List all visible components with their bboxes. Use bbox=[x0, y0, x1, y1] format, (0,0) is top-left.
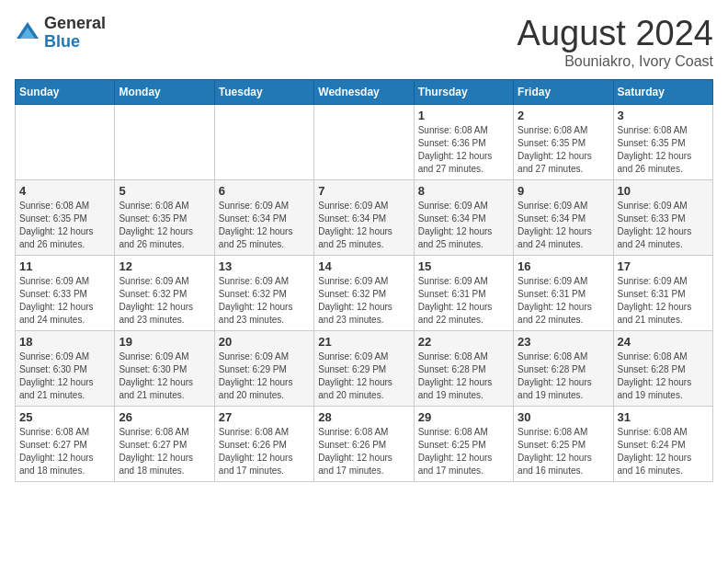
day-number: 7 bbox=[318, 184, 409, 198]
calendar-cell: 3Sunrise: 6:08 AM Sunset: 6:35 PM Daylig… bbox=[613, 104, 712, 179]
day-info: Sunrise: 6:09 AM Sunset: 6:32 PM Dayligh… bbox=[318, 275, 409, 327]
day-number: 9 bbox=[518, 184, 609, 198]
calendar-cell: 23Sunrise: 6:08 AM Sunset: 6:28 PM Dayli… bbox=[514, 330, 613, 406]
day-info: Sunrise: 6:09 AM Sunset: 6:29 PM Dayligh… bbox=[318, 350, 409, 402]
day-number: 26 bbox=[119, 410, 210, 424]
calendar-cell: 15Sunrise: 6:09 AM Sunset: 6:31 PM Dayli… bbox=[414, 255, 513, 330]
day-number: 2 bbox=[518, 109, 609, 122]
day-info: Sunrise: 6:09 AM Sunset: 6:30 PM Dayligh… bbox=[119, 350, 210, 402]
calendar-cell bbox=[214, 104, 313, 179]
day-info: Sunrise: 6:08 AM Sunset: 6:24 PM Dayligh… bbox=[618, 426, 709, 477]
day-info: Sunrise: 6:09 AM Sunset: 6:31 PM Dayligh… bbox=[518, 275, 609, 327]
calendar-cell: 10Sunrise: 6:09 AM Sunset: 6:33 PM Dayli… bbox=[613, 179, 712, 255]
day-info: Sunrise: 6:09 AM Sunset: 6:29 PM Dayligh… bbox=[219, 350, 310, 402]
day-number: 29 bbox=[418, 410, 509, 424]
calendar-cell: 12Sunrise: 6:09 AM Sunset: 6:32 PM Dayli… bbox=[115, 255, 214, 330]
day-info: Sunrise: 6:08 AM Sunset: 6:26 PM Dayligh… bbox=[318, 426, 409, 477]
subtitle: Bouniakro, Ivory Coast bbox=[518, 53, 713, 70]
calendar-cell: 20Sunrise: 6:09 AM Sunset: 6:29 PM Dayli… bbox=[214, 330, 313, 406]
calendar-cell: 31Sunrise: 6:08 AM Sunset: 6:24 PM Dayli… bbox=[613, 406, 712, 481]
day-number: 13 bbox=[219, 259, 310, 273]
day-number: 21 bbox=[318, 335, 409, 349]
logo-text: General Blue bbox=[44, 15, 106, 52]
calendar-cell: 25Sunrise: 6:08 AM Sunset: 6:27 PM Dayli… bbox=[16, 406, 115, 481]
header-day-sunday: Sunday bbox=[16, 79, 115, 104]
day-info: Sunrise: 6:08 AM Sunset: 6:27 PM Dayligh… bbox=[119, 426, 210, 477]
day-info: Sunrise: 6:08 AM Sunset: 6:35 PM Dayligh… bbox=[119, 200, 210, 251]
header-day-saturday: Saturday bbox=[613, 79, 712, 104]
header-day-tuesday: Tuesday bbox=[214, 79, 313, 104]
day-number: 12 bbox=[119, 259, 210, 273]
calendar-cell: 14Sunrise: 6:09 AM Sunset: 6:32 PM Dayli… bbox=[314, 255, 414, 330]
day-info: Sunrise: 6:09 AM Sunset: 6:31 PM Dayligh… bbox=[418, 275, 509, 327]
day-number: 28 bbox=[318, 410, 409, 424]
calendar-cell bbox=[314, 104, 414, 179]
day-number: 1 bbox=[418, 109, 509, 122]
calendar-cell: 6Sunrise: 6:09 AM Sunset: 6:34 PM Daylig… bbox=[214, 179, 313, 255]
header-day-monday: Monday bbox=[115, 79, 214, 104]
day-number: 17 bbox=[618, 259, 709, 273]
day-number: 30 bbox=[518, 410, 609, 424]
day-number: 27 bbox=[219, 410, 310, 424]
day-number: 24 bbox=[618, 335, 709, 349]
day-number: 4 bbox=[19, 184, 110, 198]
page-header: General Blue August 2024 Bouniakro, Ivor… bbox=[15, 15, 713, 70]
calendar-cell: 4Sunrise: 6:08 AM Sunset: 6:35 PM Daylig… bbox=[16, 179, 115, 255]
calendar-cell: 5Sunrise: 6:08 AM Sunset: 6:35 PM Daylig… bbox=[115, 179, 214, 255]
day-info: Sunrise: 6:09 AM Sunset: 6:33 PM Dayligh… bbox=[618, 200, 709, 251]
day-info: Sunrise: 6:09 AM Sunset: 6:34 PM Dayligh… bbox=[219, 200, 310, 251]
calendar-cell bbox=[16, 104, 115, 179]
day-info: Sunrise: 6:08 AM Sunset: 6:28 PM Dayligh… bbox=[618, 350, 709, 402]
calendar-cell: 16Sunrise: 6:09 AM Sunset: 6:31 PM Dayli… bbox=[514, 255, 613, 330]
calendar-cell: 2Sunrise: 6:08 AM Sunset: 6:35 PM Daylig… bbox=[514, 104, 613, 179]
calendar-cell: 28Sunrise: 6:08 AM Sunset: 6:26 PM Dayli… bbox=[314, 406, 414, 481]
day-info: Sunrise: 6:08 AM Sunset: 6:28 PM Dayligh… bbox=[518, 350, 609, 402]
day-info: Sunrise: 6:09 AM Sunset: 6:32 PM Dayligh… bbox=[119, 275, 210, 327]
week-row-4: 18Sunrise: 6:09 AM Sunset: 6:30 PM Dayli… bbox=[16, 330, 713, 406]
day-number: 20 bbox=[219, 335, 310, 349]
day-info: Sunrise: 6:08 AM Sunset: 6:35 PM Dayligh… bbox=[618, 124, 709, 176]
calendar-cell: 29Sunrise: 6:08 AM Sunset: 6:25 PM Dayli… bbox=[414, 406, 513, 481]
calendar-cell: 26Sunrise: 6:08 AM Sunset: 6:27 PM Dayli… bbox=[115, 406, 214, 481]
day-number: 18 bbox=[19, 335, 110, 349]
calendar-cell: 18Sunrise: 6:09 AM Sunset: 6:30 PM Dayli… bbox=[16, 330, 115, 406]
day-info: Sunrise: 6:08 AM Sunset: 6:27 PM Dayligh… bbox=[19, 426, 110, 477]
day-info: Sunrise: 6:08 AM Sunset: 6:25 PM Dayligh… bbox=[518, 426, 609, 477]
calendar-cell: 22Sunrise: 6:08 AM Sunset: 6:28 PM Dayli… bbox=[414, 330, 513, 406]
day-number: 3 bbox=[618, 109, 709, 122]
calendar-cell: 30Sunrise: 6:08 AM Sunset: 6:25 PM Dayli… bbox=[514, 406, 613, 481]
calendar-cell: 11Sunrise: 6:09 AM Sunset: 6:33 PM Dayli… bbox=[16, 255, 115, 330]
calendar-cell: 9Sunrise: 6:09 AM Sunset: 6:34 PM Daylig… bbox=[514, 179, 613, 255]
calendar-cell: 17Sunrise: 6:09 AM Sunset: 6:31 PM Dayli… bbox=[613, 255, 712, 330]
calendar-cell: 13Sunrise: 6:09 AM Sunset: 6:32 PM Dayli… bbox=[214, 255, 313, 330]
day-number: 14 bbox=[318, 259, 409, 273]
day-info: Sunrise: 6:09 AM Sunset: 6:34 PM Dayligh… bbox=[318, 200, 409, 251]
logo-icon bbox=[15, 20, 40, 46]
day-info: Sunrise: 6:09 AM Sunset: 6:34 PM Dayligh… bbox=[518, 200, 609, 251]
calendar-cell: 19Sunrise: 6:09 AM Sunset: 6:30 PM Dayli… bbox=[115, 330, 214, 406]
day-info: Sunrise: 6:08 AM Sunset: 6:28 PM Dayligh… bbox=[418, 350, 509, 402]
day-info: Sunrise: 6:09 AM Sunset: 6:32 PM Dayligh… bbox=[219, 275, 310, 327]
logo-general-text: General bbox=[44, 15, 106, 33]
calendar-cell: 8Sunrise: 6:09 AM Sunset: 6:34 PM Daylig… bbox=[414, 179, 513, 255]
day-number: 31 bbox=[618, 410, 709, 424]
week-row-3: 11Sunrise: 6:09 AM Sunset: 6:33 PM Dayli… bbox=[16, 255, 713, 330]
calendar-cell: 21Sunrise: 6:09 AM Sunset: 6:29 PM Dayli… bbox=[314, 330, 414, 406]
day-info: Sunrise: 6:08 AM Sunset: 6:36 PM Dayligh… bbox=[418, 124, 509, 176]
week-row-2: 4Sunrise: 6:08 AM Sunset: 6:35 PM Daylig… bbox=[16, 179, 713, 255]
day-number: 25 bbox=[19, 410, 110, 424]
day-info: Sunrise: 6:08 AM Sunset: 6:35 PM Dayligh… bbox=[518, 124, 609, 176]
day-number: 6 bbox=[219, 184, 310, 198]
header-row: SundayMondayTuesdayWednesdayThursdayFrid… bbox=[16, 79, 713, 104]
header-day-wednesday: Wednesday bbox=[314, 79, 414, 104]
calendar-table: SundayMondayTuesdayWednesdayThursdayFrid… bbox=[15, 79, 713, 482]
calendar-body: 1Sunrise: 6:08 AM Sunset: 6:36 PM Daylig… bbox=[16, 104, 713, 481]
day-number: 15 bbox=[418, 259, 509, 273]
calendar-cell: 1Sunrise: 6:08 AM Sunset: 6:36 PM Daylig… bbox=[414, 104, 513, 179]
week-row-1: 1Sunrise: 6:08 AM Sunset: 6:36 PM Daylig… bbox=[16, 104, 713, 179]
day-number: 22 bbox=[418, 335, 509, 349]
calendar-cell: 27Sunrise: 6:08 AM Sunset: 6:26 PM Dayli… bbox=[214, 406, 313, 481]
day-number: 10 bbox=[618, 184, 709, 198]
calendar-cell bbox=[115, 104, 214, 179]
day-info: Sunrise: 6:09 AM Sunset: 6:33 PM Dayligh… bbox=[19, 275, 110, 327]
